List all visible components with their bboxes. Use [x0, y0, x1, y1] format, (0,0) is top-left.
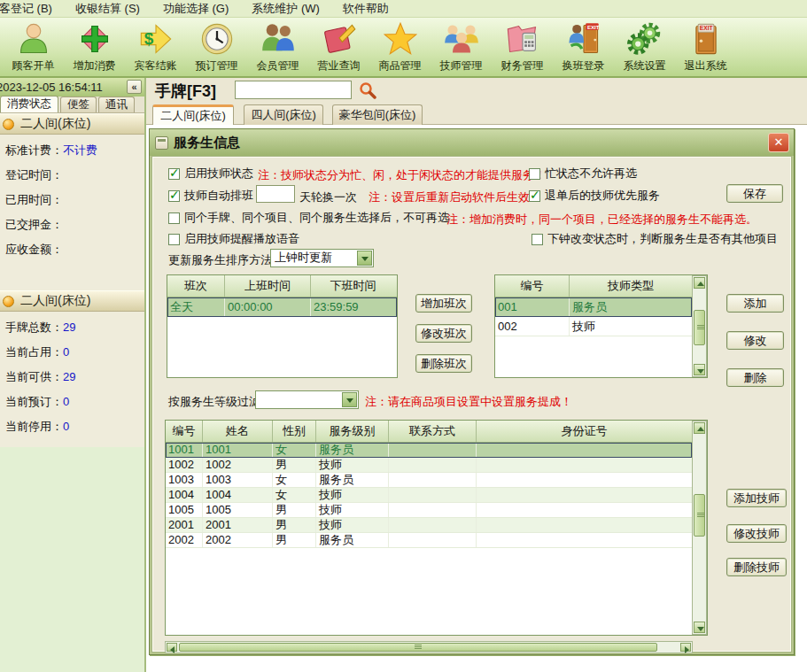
toolbar-item-member[interactable]: 会员管理 — [247, 18, 308, 76]
sidebar-tabs: 消费状态 便签 通讯 — [0, 97, 144, 113]
scrollbar-thumb[interactable] — [694, 494, 705, 537]
toolbar-label: 财务管理 — [501, 58, 544, 73]
sidebar-tab-notes[interactable]: 便签 — [60, 97, 97, 112]
staff-table[interactable]: 编号 姓名 性别 服务级别 联系方式 身份证号 10011001女服务员 100… — [165, 420, 708, 636]
svg-text:$: $ — [144, 29, 153, 48]
add-technician-button[interactable]: 添加技师 — [726, 489, 787, 507]
menu-item-guest-register[interactable]: 宾客登记 (B) — [0, 1, 52, 17]
tab-deluxe-room[interactable]: 豪华包间(床位) — [332, 104, 423, 125]
checkbox-voice-reminder[interactable]: 启用技师提醒播放语音 — [168, 231, 299, 247]
edit-type-button[interactable]: 修改 — [726, 331, 784, 350]
scroll-down-icon[interactable] — [694, 622, 705, 633]
checkbox-label: 同个手牌、同个项目、同个服务生选择后，不可再选 — [184, 210, 449, 226]
technician-type-table[interactable]: 编号 技师类型 001 服务员 002 技师 — [494, 274, 708, 378]
chevron-down-icon[interactable] — [342, 392, 357, 407]
edit-shift-button[interactable]: 修改班次 — [415, 324, 472, 343]
sort-method-select[interactable]: 上钟时更新 — [270, 249, 374, 267]
toolbar-item-customer-billing[interactable]: 顾客开单 — [3, 18, 64, 76]
toolbar-item-guest-checkout[interactable]: $ 宾客结账 — [125, 18, 186, 76]
handbrand-search-input[interactable] — [235, 81, 352, 99]
save-button[interactable]: 保存 — [726, 184, 783, 203]
type-table-scrollbar[interactable] — [692, 275, 707, 377]
scroll-right-icon[interactable] — [680, 643, 691, 652]
toolbar-item-add-consumption[interactable]: 增加消费 — [64, 18, 125, 76]
close-icon[interactable]: ✕ — [768, 133, 789, 152]
note-same-brand: 注：增加消费时，同一个项目，已经选择的服务生不能再选。 — [446, 212, 757, 228]
field-deposit: 已交押金： — [5, 217, 143, 233]
add-shift-button[interactable]: 增加班次 — [415, 294, 472, 313]
table-row[interactable]: 001 服务员 — [495, 297, 692, 317]
scrollbar-thumb[interactable] — [694, 310, 705, 345]
field-occupied: 当前占用：0 — [5, 344, 143, 360]
toolbar-item-product[interactable]: 商品管理 — [369, 18, 431, 76]
menu-item-functions[interactable]: 功能选择 (G) — [163, 1, 229, 17]
field-reserved: 当前预订：0 — [5, 394, 143, 410]
table-row[interactable]: 10051005男技师 — [166, 503, 692, 518]
checkbox-icon[interactable] — [529, 168, 540, 180]
sidebar-tab-messages[interactable]: 通讯 — [98, 97, 135, 112]
checkbox-refund-priority[interactable]: 退单后的技师优先服务 — [529, 188, 660, 204]
table-row[interactable]: 10031003女服务员 — [166, 473, 692, 488]
room-summary-section-header[interactable]: 二人间(床位) — [0, 290, 144, 312]
toolbar-item-exit[interactable]: EXIT 退出系统 — [675, 18, 736, 76]
staff-table-scrollbar[interactable] — [692, 421, 707, 635]
checkbox-icon[interactable] — [168, 212, 180, 224]
table-row[interactable]: 20022002男服务员 — [166, 533, 692, 548]
toolbar-item-technician[interactable]: 技师管理 — [431, 18, 492, 76]
collapse-sidebar-button[interactable]: « — [127, 80, 142, 94]
tab-two-person-room[interactable]: 二人间(床位) — [152, 104, 234, 125]
table-row[interactable]: 10041004女技师 — [166, 488, 692, 503]
toolbar-item-settings[interactable]: 系统设置 — [614, 18, 675, 76]
table-row[interactable]: 全天 00:00:00 23:59:59 — [167, 297, 397, 317]
table-row[interactable]: 20012001男技师 — [166, 518, 692, 533]
toolbar-item-shift-login[interactable]: EXIT 换班登录 — [553, 18, 614, 76]
toolbar-item-reservation[interactable]: 预订管理 — [186, 18, 247, 76]
add-type-button[interactable]: 添加 — [726, 294, 784, 313]
sidebar-tab-consume-status[interactable]: 消费状态 — [0, 96, 58, 112]
checkbox-icon[interactable] — [168, 190, 180, 202]
dialog-title-bar[interactable]: 服务生信息 ✕ — [150, 129, 794, 156]
menu-item-help[interactable]: 软件帮助 — [343, 1, 389, 17]
settings-gears-icon — [626, 20, 663, 58]
delete-technician-button[interactable]: 删除技师 — [726, 558, 787, 576]
menu-item-maintenance[interactable]: 系统维护 (W) — [252, 1, 320, 17]
checkbox-enable-technician-status[interactable]: 启用技师状态 — [168, 166, 253, 182]
toolbar-item-business-query[interactable]: 营业查询 — [308, 18, 369, 76]
staff-table-h-scrollbar[interactable] — [165, 641, 693, 653]
delete-shift-button[interactable]: 删除班次 — [415, 354, 472, 373]
edit-technician-button[interactable]: 修改技师 — [726, 524, 787, 543]
menu-item-cashier[interactable]: 收银结算 (S) — [75, 1, 140, 17]
scrollbar-thumb[interactable] — [179, 643, 657, 652]
app-window: 宾客登记 (B) 收银结算 (S) 功能选择 (G) 系统维护 (W) 软件帮助… — [0, 0, 807, 672]
filter-select[interactable] — [255, 390, 359, 409]
finance-icon — [504, 20, 541, 58]
checkbox-icon[interactable] — [529, 190, 540, 202]
schedule-days-input[interactable] — [256, 185, 295, 203]
note-filter: 注：请在商品项目设置中设置服务提成！ — [365, 394, 572, 410]
table-row[interactable]: 10011001女服务员 — [166, 443, 692, 458]
toolbar-label: 换班登录 — [563, 58, 605, 73]
checkbox-off-clock-check[interactable]: 下钟改变状态时，判断服务生是否有其他项目 — [532, 231, 778, 247]
orange-ball-icon — [3, 296, 14, 307]
checkbox-icon[interactable] — [168, 168, 180, 180]
scroll-down-icon[interactable] — [694, 364, 705, 375]
checkbox-busy-no-reselect[interactable]: 忙状态不允许再选 — [529, 166, 637, 182]
table-row[interactable]: 002 技师 — [495, 317, 692, 336]
table-row[interactable]: 10021002男技师 — [166, 458, 692, 473]
checkbox-icon[interactable] — [532, 234, 543, 245]
checkbox-icon[interactable] — [168, 234, 180, 245]
chevron-down-icon[interactable] — [357, 251, 372, 266]
toolbar-item-finance[interactable]: 财务管理 — [492, 18, 553, 76]
type-table-header: 编号 技师类型 — [495, 275, 707, 297]
scroll-up-icon[interactable] — [694, 277, 705, 289]
checkbox-same-brand-no-reselect[interactable]: 同个手牌、同个项目、同个服务生选择后，不可再选 — [168, 210, 449, 226]
room-status-section-header[interactable]: 二人间(床位) — [0, 113, 144, 135]
tab-four-person-room[interactable]: 四人间(床位) — [244, 104, 323, 125]
delete-type-button[interactable]: 删除 — [726, 368, 784, 387]
scroll-up-icon[interactable] — [694, 422, 705, 434]
scroll-left-icon[interactable] — [167, 643, 177, 652]
checkbox-auto-schedule[interactable]: 技师自动排班 — [168, 188, 253, 204]
shift-login-icon: EXIT — [565, 20, 602, 58]
shift-table[interactable]: 班次 上班时间 下班时间 全天 00:00:00 23:59:59 — [167, 274, 398, 378]
search-icon[interactable] — [359, 81, 376, 99]
